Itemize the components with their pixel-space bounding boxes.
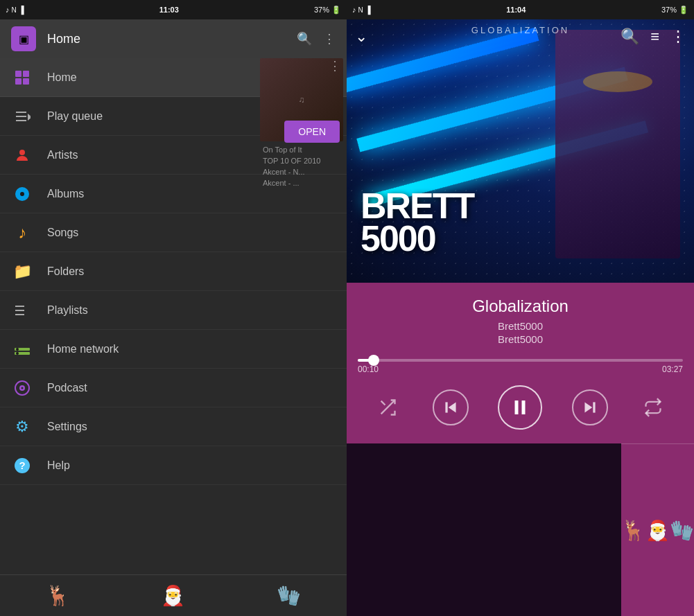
music-icon-right: ♪ [352,6,356,14]
nav-item-home-label: Home [47,71,77,84]
podcast-icon [11,377,33,399]
progress-handle[interactable] [368,355,379,366]
nav-item-folders-label: Folders [47,265,84,278]
nav-item-play-queue-label: Play queue [47,110,103,123]
player-header-actions: 🔍 ≡ ⋮ [621,28,686,46]
player-more-icon[interactable]: ⋮ [670,28,686,46]
right-panel: ♪ N ▐ 11:04 37% 🔋 GLOBALIZATION BRETT500… [347,0,694,616]
search-icon[interactable]: 🔍 [297,31,312,46]
left-battery: 37% 🔋 [314,6,341,15]
svg-marker-7 [28,114,31,121]
right-battery: 37% 🔋 [661,6,688,15]
left-status-icons: ♪ N ▐ [6,6,24,14]
behind-text-2: TOP 10 OF 2010 [260,155,347,166]
nav-item-playlists[interactable]: Playlists [0,291,347,330]
right-footer-emoji-deer: 🦌 [621,519,645,542]
nav-item-settings[interactable]: ⚙ Settings [0,407,347,446]
right-status-bar: ♪ N ▐ 11:04 37% 🔋 [347,0,694,19]
svg-marker-27 [584,402,592,412]
artists-icon [11,144,33,166]
right-footer-emoji-santa: 🎅 [645,519,670,542]
nav-item-podcast[interactable]: Podcast [0,369,347,407]
right-status-icons: ♪ N ▐ [352,6,371,14]
nav-item-podcast-label: Podcast [47,382,87,394]
svg-point-8 [19,150,25,155]
music-note-icon: ♪ [6,6,10,14]
help-icon: ? [11,455,33,477]
svg-text:?: ? [19,459,25,471]
nav-item-help[interactable]: ? Help [0,446,347,485]
collapse-icon[interactable]: ⌄ [355,28,367,46]
behind-text-3: Akcent - N... [260,166,347,177]
signal-icon-right: ▐ [365,6,371,14]
nav-header: ▣ Home 🔍 ⋮ [0,19,347,58]
home-icon [11,67,33,89]
app-icon: ▣ [11,26,36,51]
nav-item-folders[interactable]: 📁 Folders [0,252,347,291]
nav-item-songs[interactable]: ♪ Songs [0,213,347,252]
nav-item-artists-label: Artists [47,149,78,161]
albums-icon [11,183,33,205]
more-options-icon[interactable]: ⋮ [323,31,336,46]
svg-rect-28 [593,402,595,412]
controls-row [358,385,683,430]
svg-rect-24 [445,402,447,412]
play-queue-icon [11,105,33,127]
left-status-time: 11:03 [159,6,179,14]
right-footer-emoji-mitten: 🧤 [670,519,694,542]
behind-text-4: Akcent - ... [260,177,347,188]
artist-name: Brett5000 [358,320,683,332]
song-title: Globalization [358,297,683,316]
svg-rect-3 [23,78,29,85]
album-art: GLOBALIZATION BRETT5000 ⌄ 🔍 ≡ ⋮ [347,19,694,283]
svg-marker-23 [449,402,456,412]
nav-item-settings-label: Settings [47,421,87,433]
nav-item-albums-label: Albums [47,188,84,200]
player-search-icon[interactable]: 🔍 [621,28,639,46]
svg-rect-0 [15,71,21,77]
battery-icon: 🔋 [331,6,341,14]
right-footer: 🦌 🎅 🧤 [621,443,694,616]
signal-icon: ▐ [19,6,24,14]
left-footer: 🦌 🎅 🧤 [0,574,347,616]
time-current: 00:10 [358,364,379,374]
right-status-time: 11:04 [506,6,526,14]
nav-item-songs-label: Songs [47,227,78,239]
footer-emoji-deer: 🦌 [46,584,70,607]
repeat-button[interactable] [638,392,668,423]
background-content: OPEN ♫ On Top of It TOP 10 OF 2010 Akcen… [260,58,347,188]
artist-name-overlay: BRETT5000 [361,190,474,255]
svg-rect-25 [515,401,519,414]
svg-point-10 [20,192,24,196]
nfc-icon: N [12,6,17,14]
artist-image [555,30,680,258]
queue-icon[interactable]: ≡ [650,28,659,46]
item-more-icon[interactable]: ⋮ [329,58,341,73]
footer-emoji-santa: 🎅 [161,584,185,607]
svg-point-17 [16,352,19,355]
home-network-icon [11,338,33,360]
svg-rect-2 [15,78,21,85]
shuffle-button[interactable] [372,392,403,423]
nav-item-home-network[interactable]: Home network [0,330,347,369]
prev-button[interactable] [433,389,469,425]
svg-point-20 [21,387,24,389]
nav-item-help-label: Help [47,459,70,472]
battery-icon-right: 🔋 [679,6,688,14]
settings-icon: ⚙ [11,416,33,438]
next-button[interactable] [572,389,608,425]
player-controls: 00:10 03:27 [347,352,694,443]
pause-button[interactable] [498,385,542,430]
footer-emoji-mitten: 🧤 [277,584,301,607]
progress-bar[interactable] [358,359,683,362]
svg-point-16 [16,348,19,351]
open-button[interactable]: OPEN [284,121,340,143]
svg-rect-1 [23,71,29,77]
nfc-icon-right: N [358,6,363,14]
nav-title: Home [47,32,286,46]
folders-icon: 📁 [11,261,33,283]
left-panel: ♪ N ▐ 11:03 37% 🔋 ▣ Home 🔍 ⋮ OPEN ♫ On T… [0,0,347,616]
behind-text-1: On Top of It [260,144,347,155]
player-header: ⌄ 🔍 ≡ ⋮ [347,19,694,54]
battery-pct: 37% [314,6,329,14]
